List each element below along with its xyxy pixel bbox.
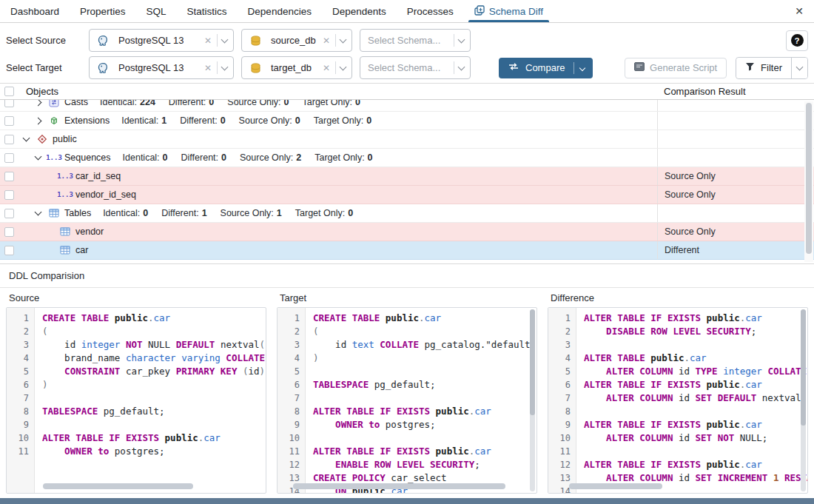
collapse-chevron-icon[interactable]: [35, 209, 42, 216]
object-label: car: [75, 245, 88, 255]
clear-icon[interactable]: ✕: [319, 63, 334, 73]
horizontal-scrollbar[interactable]: [293, 483, 505, 489]
ddl-pane-labels: Source Target Difference: [0, 288, 814, 307]
expand-chevron-icon[interactable]: [35, 100, 42, 106]
row-checkbox[interactable]: [4, 209, 14, 218]
table-row-Extensions[interactable]: ExtensionsIdentical:1Different:0Source O…: [0, 112, 814, 130]
target-database-select[interactable]: target_db ✕: [241, 56, 352, 79]
tab-dependencies[interactable]: Dependencies: [238, 0, 322, 22]
ddl-source-editor[interactable]: 1234567891011CREATE TABLE public.car( id…: [6, 307, 266, 494]
source-pane-label: Source: [6, 292, 266, 303]
stat-identical: Identical:1: [121, 115, 166, 126]
ddl-difference-editor[interactable]: 1234567891011121314ALTER TABLE IF EXISTS…: [548, 307, 808, 494]
vertical-scrollbar[interactable]: [801, 309, 806, 491]
casts-icon: [48, 100, 60, 107]
expand-chevron-icon[interactable]: [35, 117, 42, 124]
source-server-select[interactable]: PostgreSQL 13 ✕: [89, 29, 234, 52]
row-checkbox[interactable]: [4, 100, 14, 107]
source-schema-select[interactable]: Select Schema...: [360, 29, 471, 52]
row-checkbox[interactable]: [4, 116, 14, 126]
chevron-down-icon[interactable]: [579, 64, 585, 70]
row-checkbox[interactable]: [4, 246, 14, 255]
clear-icon[interactable]: ✕: [201, 36, 215, 46]
target-server-select[interactable]: PostgreSQL 13 ✕: [89, 56, 234, 79]
horizontal-scrollbar[interactable]: [43, 483, 193, 489]
ddl-target-editor[interactable]: 1234567891011121314CREATE TABLE public.c…: [277, 307, 537, 494]
row-checkbox[interactable]: [4, 190, 14, 200]
chevron-down-icon[interactable]: [458, 36, 465, 43]
stat-identical: Identical:0: [123, 152, 168, 163]
table-row-Sequences[interactable]: 1..3SequencesIdentical:0Different:0Sourc…: [0, 149, 814, 167]
comparison-result-cell: Source Only: [657, 167, 804, 185]
target-schema-select[interactable]: Select Schema...: [360, 56, 471, 79]
tab-bar: Dashboard Properties SQL Statistics Depe…: [0, 0, 814, 23]
tab-sql[interactable]: SQL: [136, 0, 177, 22]
funnel-icon: [745, 62, 755, 73]
tab-schema-diff[interactable]: Schema Diff: [464, 0, 554, 22]
table-icon: [59, 245, 71, 255]
select-target-label: Select Target: [6, 62, 89, 73]
object-label: Sequences: [64, 152, 111, 163]
tab-statistics[interactable]: Statistics: [177, 0, 238, 22]
clear-icon[interactable]: ✕: [319, 36, 334, 46]
chevron-down-icon[interactable]: [221, 36, 229, 43]
tab-dependents[interactable]: Dependents: [322, 0, 397, 22]
extensions-icon: [48, 115, 60, 126]
table-row-vendor_id_seq[interactable]: 1..3vendor_id_seqSource Only: [0, 186, 814, 204]
close-icon[interactable]: ✕: [784, 0, 814, 22]
script-icon: [634, 62, 645, 73]
chevron-down-icon[interactable]: [340, 63, 347, 70]
vertical-scrollbar[interactable]: [530, 309, 535, 491]
line-number-gutter: 1234567891011: [7, 308, 35, 493]
chevron-down-icon[interactable]: [340, 36, 347, 43]
scrollbar-thumb[interactable]: [530, 309, 535, 415]
help-button[interactable]: ?: [786, 30, 808, 51]
stat-different: Different:0: [169, 100, 214, 107]
comparison-stats: Identical:1Different:0Source Only:0Targe…: [121, 115, 371, 126]
divider: [217, 34, 218, 47]
collapse-chevron-icon[interactable]: [35, 153, 42, 161]
filter-dropdown-button[interactable]: [791, 58, 807, 78]
table-row-vendor[interactable]: vendorSource Only: [0, 223, 814, 241]
tab-properties[interactable]: Properties: [70, 0, 136, 22]
comparison-result-cell: Source Only: [657, 223, 804, 241]
source-database-select[interactable]: source_db ✕: [241, 29, 352, 52]
vertical-scrollbar[interactable]: [804, 101, 813, 262]
table-row-public[interactable]: public: [0, 130, 814, 149]
object-label: Tables: [64, 208, 91, 218]
scrollbar-thumb[interactable]: [801, 309, 806, 426]
table-row-car[interactable]: carDifferent: [0, 241, 814, 260]
stat-identical: Identical:224: [100, 100, 155, 107]
scrollbar-thumb[interactable]: [806, 103, 812, 254]
tab-processes[interactable]: Processes: [397, 0, 464, 22]
table-row-Tables[interactable]: TablesIdentical:0Different:1Source Only:…: [0, 204, 814, 223]
table-row-car_id_seq[interactable]: 1..3car_id_seqSource Only: [0, 167, 814, 186]
row-checkbox[interactable]: [4, 172, 14, 181]
stat-source-only: Source Only:0: [227, 100, 289, 107]
select-all-checkbox[interactable]: [4, 87, 14, 96]
collapse-chevron-icon[interactable]: [23, 135, 30, 142]
row-checkbox[interactable]: [4, 135, 14, 144]
objects-column-header: Objects: [19, 86, 657, 97]
object-label: car_id_seq: [75, 171, 121, 181]
filter-button[interactable]: Filter: [736, 58, 791, 78]
tab-dashboard[interactable]: Dashboard: [0, 0, 70, 22]
comparison-result-cell: [657, 100, 804, 111]
postgresql-icon: [97, 62, 109, 74]
row-checkbox[interactable]: [4, 227, 14, 237]
schema-icon: [36, 134, 48, 144]
stat-different: Different:0: [181, 152, 226, 163]
tab-label: Dependencies: [248, 6, 312, 17]
horizontal-scrollbar[interactable]: [569, 483, 662, 489]
target-server-value: PostgreSQL 13: [118, 62, 184, 73]
chevron-down-icon[interactable]: [458, 63, 465, 70]
source-schema-placeholder: Select Schema...: [368, 35, 440, 46]
chevron-down-icon[interactable]: [221, 63, 229, 70]
generate-script-button[interactable]: Generate Script: [625, 58, 727, 78]
row-checkbox[interactable]: [4, 153, 14, 163]
schema-diff-icon: [474, 5, 485, 18]
compare-button[interactable]: Compare: [499, 58, 593, 78]
generate-script-label: Generate Script: [650, 62, 717, 73]
table-row-Casts[interactable]: CastsIdentical:224Different:0Source Only…: [0, 100, 814, 112]
clear-icon[interactable]: ✕: [201, 63, 215, 73]
